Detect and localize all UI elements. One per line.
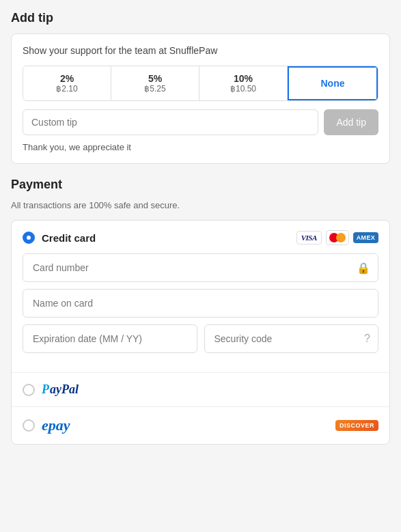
name-on-card-row xyxy=(23,289,378,318)
amex-logo: AMEX xyxy=(353,232,378,243)
tip-amount-2: ฿2.10 xyxy=(29,84,105,94)
card-number-wrapper: 🔒 xyxy=(23,253,378,282)
credit-card-fields: 🔒 ? xyxy=(23,245,378,363)
thank-you-text: Thank you, we appreciate it xyxy=(23,142,378,152)
lock-icon: 🔒 xyxy=(357,262,370,275)
tip-amount-10: ฿10.50 xyxy=(205,84,281,94)
credit-card-label: Credit card xyxy=(42,232,96,244)
card-logos: VISA AMEX xyxy=(296,230,378,245)
tip-percent-2: 2% xyxy=(29,73,105,84)
payment-option-epay: epay DISCOVER xyxy=(12,407,389,444)
payment-card: Credit card VISA AMEX 🔒 xyxy=(11,220,390,445)
mastercard-logo xyxy=(326,230,349,245)
tip-none-label: None xyxy=(321,78,345,89)
security-code-input[interactable] xyxy=(204,324,379,353)
name-on-card-wrapper xyxy=(23,289,378,318)
tip-amount-5: ฿5.25 xyxy=(117,84,193,94)
card-number-input[interactable] xyxy=(23,253,378,282)
tip-button-none[interactable]: None xyxy=(288,66,378,100)
tip-button-10[interactable]: 10% ฿10.50 xyxy=(199,66,288,100)
tip-percent-5: 5% xyxy=(117,73,193,84)
paypal-p-icon: P xyxy=(42,382,49,397)
custom-tip-input[interactable] xyxy=(23,109,318,135)
discover-logo: DISCOVER xyxy=(335,420,378,431)
payment-option-credit-card: Credit card VISA AMEX 🔒 xyxy=(12,221,389,373)
payment-option-paypal: P ayPal xyxy=(12,373,389,407)
payment-subtitle: All transactions are 100% safe and secur… xyxy=(11,200,390,210)
expiry-input[interactable] xyxy=(23,324,197,353)
credit-card-header: Credit card VISA AMEX xyxy=(23,230,378,245)
support-text: Show your support for the team at Snuffl… xyxy=(23,45,378,56)
payment-section: Payment All transactions are 100% safe a… xyxy=(11,178,390,445)
add-tip-card: Show your support for the team at Snuffl… xyxy=(11,33,390,164)
expiry-security-row: ? xyxy=(23,324,378,353)
tip-options-group: 2% ฿2.10 5% ฿5.25 10% ฿10.50 None xyxy=(23,66,378,101)
add-tip-button[interactable]: Add tip xyxy=(324,109,378,135)
custom-tip-row: Add tip xyxy=(23,109,378,135)
paypal-text: ayPal xyxy=(50,382,79,397)
paypal-logo: P ayPal xyxy=(42,382,79,397)
card-number-row: 🔒 xyxy=(23,253,378,282)
payment-title: Payment xyxy=(11,178,390,192)
epay-header: epay DISCOVER xyxy=(23,417,378,434)
mc-circle-right xyxy=(336,233,346,242)
expiry-wrapper xyxy=(23,324,197,353)
security-wrapper: ? xyxy=(204,324,379,353)
name-on-card-input[interactable] xyxy=(23,289,378,318)
paypal-header: P ayPal xyxy=(23,382,378,397)
tip-percent-10: 10% xyxy=(205,73,281,84)
paypal-radio[interactable] xyxy=(23,384,35,396)
epay-logo: epay xyxy=(42,417,70,434)
tip-button-2[interactable]: 2% ฿2.10 xyxy=(23,66,111,100)
visa-logo: VISA xyxy=(296,231,322,244)
tip-button-5[interactable]: 5% ฿5.25 xyxy=(111,66,199,100)
credit-card-radio[interactable] xyxy=(23,232,35,244)
help-icon: ? xyxy=(364,333,370,345)
add-tip-title: Add tip xyxy=(11,11,390,25)
add-tip-section: Add tip Show your support for the team a… xyxy=(11,11,390,164)
epay-radio[interactable] xyxy=(23,419,35,432)
